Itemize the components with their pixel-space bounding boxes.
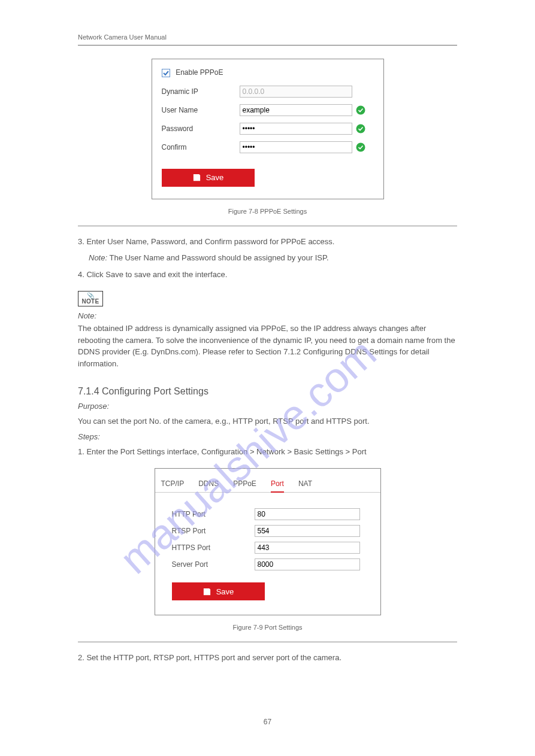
server-port-field[interactable]: [255, 558, 360, 570]
save-icon: [202, 587, 211, 596]
divider: [78, 226, 457, 226]
https-port-row: HTTPS Port: [172, 542, 368, 554]
section-heading: 7.1.4 Configuring Port Settings: [78, 386, 457, 397]
confirm-row: Confirm: [162, 141, 374, 153]
rtsp-port-field[interactable]: [255, 525, 360, 537]
page-number: 67: [78, 718, 457, 726]
purpose-label: Purpose:: [78, 402, 457, 411]
server-port-row: Server Port: [172, 558, 368, 570]
purpose-body: You can set the port No. of the camera, …: [78, 415, 457, 427]
port-settings-panel: TCP/IP DDNS PPPoE Port NAT HTTP Port RTS…: [155, 468, 381, 615]
save-port-button[interactable]: Save: [172, 582, 265, 600]
tab-nat[interactable]: NAT: [298, 476, 312, 492]
http-port-row: HTTP Port: [172, 508, 368, 520]
note-block: 📎 NOTE Note: The obtained IP address is …: [78, 291, 457, 369]
page-header: Network Camera User Manual: [78, 33, 457, 45]
check-circle-icon: [356, 124, 365, 133]
steps-label: Steps:: [78, 432, 457, 441]
checkmark-icon: [162, 69, 170, 77]
tab-tcpip[interactable]: TCP/IP: [161, 476, 185, 492]
svg-point-1: [356, 105, 365, 114]
server-port-label: Server Port: [172, 560, 255, 569]
tab-port[interactable]: Port: [271, 476, 284, 493]
rtsp-port-label: RTSP Port: [172, 527, 255, 535]
note-icon: 📎 NOTE: [78, 291, 103, 306]
username-row: User Name: [162, 104, 374, 116]
username-label: User Name: [162, 106, 240, 114]
confirm-label: Confirm: [162, 143, 240, 151]
tab-ddns[interactable]: DDNS: [198, 476, 219, 492]
check-circle-icon: [356, 105, 365, 115]
note-inline: Note: The User Name and Password should …: [78, 252, 457, 264]
check-circle-icon: [356, 142, 365, 152]
enable-pppoe-checkbox[interactable]: [162, 69, 170, 77]
port-form: HTTP Port RTSP Port HTTPS Port Server Po…: [155, 493, 380, 603]
password-row: Password: [162, 123, 374, 135]
tab-bar: TCP/IP DDNS PPPoE Port NAT: [155, 476, 380, 493]
rtsp-port-row: RTSP Port: [172, 525, 368, 537]
figure-caption-7-9: Figure 7-9 Port Settings: [78, 624, 457, 631]
dynamic-ip-row: Dynamic IP: [162, 86, 374, 98]
manual-page: manualshive.com Network Camera User Manu…: [0, 0, 535, 756]
https-port-label: HTTPS Port: [172, 544, 255, 552]
password-field[interactable]: [240, 123, 352, 135]
enable-pppoe-row: Enable PPPoE: [162, 68, 374, 77]
svg-point-2: [356, 124, 365, 133]
http-port-field[interactable]: [255, 508, 360, 520]
password-label: Password: [162, 125, 240, 133]
username-field[interactable]: [240, 104, 352, 116]
dynamic-ip-label: Dynamic IP: [162, 87, 240, 96]
port-step-2: 2. Set the HTTP port, RTSP port, HTTPS p…: [78, 652, 457, 664]
save-button-label: Save: [206, 173, 224, 182]
svg-point-3: [356, 142, 365, 151]
enable-pppoe-label: Enable PPPoE: [176, 68, 223, 77]
save-icon: [192, 173, 201, 182]
divider: [78, 642, 457, 642]
dynamic-ip-field: [240, 86, 352, 98]
confirm-field[interactable]: [240, 141, 352, 153]
https-port-field[interactable]: [255, 542, 360, 554]
note-body: The obtained IP address is dynamically a…: [78, 323, 457, 369]
tab-pppoe[interactable]: PPPoE: [233, 476, 256, 492]
step-4: 4. Click Save to save and exit the inter…: [78, 269, 457, 281]
figure-caption-7-8: Figure 7-8 PPPoE Settings: [78, 208, 457, 215]
step-3: 3. Enter User Name, Password, and Confir…: [78, 236, 457, 248]
save-port-label: Save: [216, 587, 234, 596]
http-port-label: HTTP Port: [172, 510, 255, 518]
save-button[interactable]: Save: [162, 169, 255, 187]
port-step-1: 1. Enter the Port Settings interface, Co…: [78, 446, 457, 458]
pppoe-settings-panel: Enable PPPoE Dynamic IP User Name Passwo…: [152, 59, 384, 199]
note-label: Note:: [78, 311, 457, 320]
header-title: Network Camera User Manual: [78, 34, 167, 41]
